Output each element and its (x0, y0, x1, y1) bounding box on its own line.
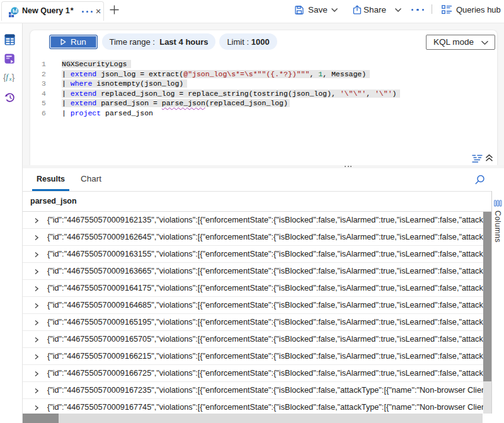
svg-text:}: } (12, 72, 15, 82)
svg-text:x: x (8, 76, 11, 82)
